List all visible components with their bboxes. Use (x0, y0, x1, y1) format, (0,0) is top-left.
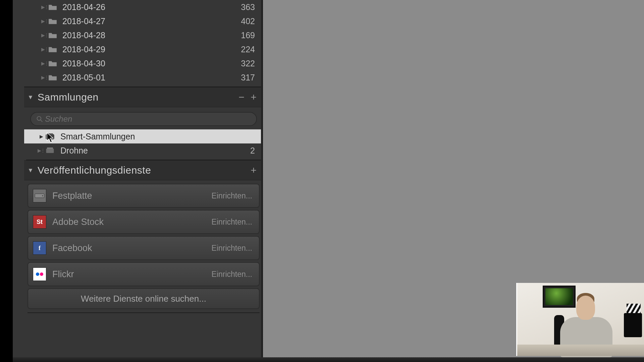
disclosure-triangle-icon[interactable]: ▶⋮ (41, 47, 48, 52)
disclosure-triangle-icon[interactable]: ▶⋮ (41, 75, 48, 80)
disclosure-down-icon[interactable]: ▼ (28, 167, 38, 174)
folder-name: 2018-04-27 (60, 16, 241, 26)
collection-set-icon (46, 133, 58, 139)
minus-button[interactable]: − (235, 92, 248, 103)
svg-point-9 (40, 273, 43, 276)
search-box[interactable] (30, 112, 257, 126)
publish-panel-header[interactable]: ▼ Veröffentlichungsdienste + (24, 160, 263, 180)
left-panel: ▶⋮ 2018-04-26 363 ▶⋮ 2018-04-27 402 ▶⋮ 2… (13, 0, 263, 362)
svg-point-7 (42, 195, 43, 196)
svg-rect-3 (47, 133, 53, 135)
folder-count: 317 (241, 73, 255, 82)
disclosure-down-icon[interactable]: ▼ (28, 94, 38, 101)
search-input[interactable] (44, 114, 251, 124)
collection-set-icon (46, 147, 58, 154)
folder-count: 169 (241, 31, 255, 40)
publish-service-festplatte[interactable]: Festplatte Einrichten... (28, 184, 260, 208)
facebook-icon: f (33, 241, 46, 255)
collections-search-wrap (24, 107, 263, 129)
folder-row[interactable]: ▶⋮ 2018-04-29 224 (24, 42, 263, 56)
find-more-services-button[interactable]: Weitere Dienste online suchen... (28, 288, 260, 309)
folder-icon (48, 74, 60, 81)
publish-service-label: Adobe Stock (52, 217, 212, 227)
svg-rect-5 (47, 147, 53, 149)
publish-title: Veröffentlichungsdienste (38, 165, 248, 176)
publish-setup-link[interactable]: Einrichten... (212, 270, 252, 279)
disclosure-triangle-icon[interactable]: ▶⋮ (41, 61, 48, 66)
folder-icon (48, 46, 60, 53)
publish-service-label: Facebook (52, 243, 212, 253)
publish-service-flickr[interactable]: Flickr Einrichten... (28, 262, 260, 286)
disclosure-triangle-icon[interactable]: ▶⋮ (41, 33, 48, 38)
publish-service-label: Festplatte (52, 191, 212, 201)
filmstrip-divider[interactable] (13, 357, 644, 362)
folder-count: 363 (241, 2, 255, 12)
svg-point-0 (37, 117, 41, 121)
collections-title: Sammlungen (38, 92, 235, 103)
folder-name: 2018-04-30 (60, 59, 241, 68)
hdd-icon (33, 189, 46, 202)
disclosure-triangle-icon[interactable]: ▶⋮ (36, 148, 46, 153)
collection-row-smart[interactable]: ▶ Smart-Sammlungen (24, 129, 263, 143)
folder-row[interactable]: ▶⋮ 2018-04-30 322 (24, 56, 263, 70)
folder-name: 2018-05-01 (60, 73, 241, 82)
folder-icon (48, 32, 60, 39)
collection-row-drohne[interactable]: ▶⋮ Drohne 2 (24, 143, 263, 158)
left-edge-strip (0, 0, 13, 362)
publish-service-label: Flickr (52, 269, 212, 280)
divider (24, 84, 261, 87)
folder-row[interactable]: ▶⋮ 2018-04-28 169 (24, 28, 263, 42)
publish-services-list: Festplatte Einrichten... St Adobe Stock … (24, 180, 263, 313)
folder-row[interactable]: ▶⋮ 2018-05-01 317 (24, 70, 263, 84)
webcam-overlay (516, 283, 644, 356)
svg-line-1 (41, 120, 43, 122)
svg-rect-2 (46, 134, 54, 139)
plus-button[interactable]: + (248, 92, 260, 103)
collection-label: Smart-Sammlungen (58, 132, 255, 141)
plus-button[interactable]: + (248, 165, 260, 176)
find-more-label: Weitere Dienste online suchen... (81, 294, 206, 304)
publish-service-facebook[interactable]: f Facebook Einrichten... (28, 236, 260, 260)
disclosure-triangle-icon[interactable]: ▶⋮ (41, 18, 48, 24)
divider (26, 158, 261, 160)
publish-setup-link[interactable]: Einrichten... (212, 191, 252, 200)
folder-count: 322 (241, 59, 255, 68)
collection-count: 2 (250, 146, 255, 156)
folder-count: 402 (241, 16, 255, 26)
folder-icon (48, 60, 60, 67)
svg-point-8 (36, 273, 39, 276)
disclosure-triangle-icon[interactable]: ▶⋮ (41, 4, 48, 10)
collection-label: Drohne (58, 146, 250, 156)
folder-name: 2018-04-28 (60, 31, 241, 40)
collections-panel-header[interactable]: ▼ Sammlungen − + (24, 87, 263, 107)
folder-icon (48, 18, 60, 24)
folder-name: 2018-04-29 (60, 45, 241, 54)
divider (28, 310, 260, 313)
publish-setup-link[interactable]: Einrichten... (212, 218, 252, 227)
folder-name: 2018-04-26 (60, 2, 241, 12)
svg-rect-4 (46, 148, 54, 153)
disclosure-triangle-icon[interactable]: ▶ (36, 134, 46, 139)
folder-icon (48, 4, 60, 10)
folder-row[interactable]: ▶⋮ 2018-04-26 363 (24, 0, 263, 14)
publish-service-adobestock[interactable]: St Adobe Stock Einrichten... (28, 210, 260, 234)
folder-count: 224 (241, 45, 255, 54)
adobe-stock-icon: St (33, 215, 46, 229)
folders-list: ▶⋮ 2018-04-26 363 ▶⋮ 2018-04-27 402 ▶⋮ 2… (24, 0, 263, 87)
publish-setup-link[interactable]: Einrichten... (212, 244, 252, 253)
search-icon (36, 116, 44, 122)
folder-row[interactable]: ▶⋮ 2018-04-27 402 (24, 14, 263, 28)
flickr-icon (33, 267, 46, 281)
